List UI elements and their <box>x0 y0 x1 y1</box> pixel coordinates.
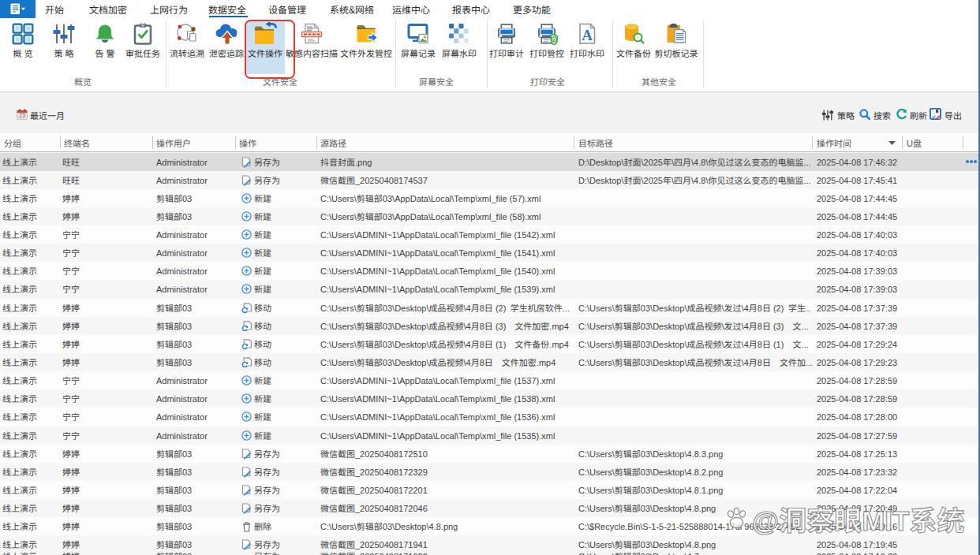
svg-text:A: A <box>582 27 593 43</box>
svg-text:23: 23 <box>19 113 25 118</box>
